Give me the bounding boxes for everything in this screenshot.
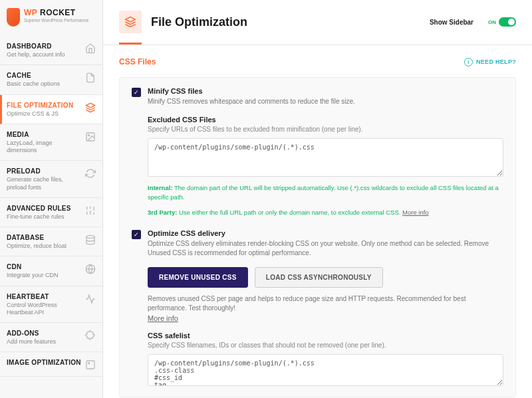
excluded-css-desc: Specify URLs of CSS files to be excluded…	[148, 126, 503, 133]
svg-rect-12	[86, 361, 94, 369]
show-sidebar-label: Show Sidebar	[430, 19, 473, 26]
nav-item-subtitle: Generate cache files, preload fonts	[7, 176, 81, 191]
nav-item-title: DASHBOARD	[7, 43, 65, 50]
sidebar-item-file-optimization[interactable]: FILE OPTIMIZATIONOptimize CSS & JS	[0, 95, 102, 124]
sidebar: WP ROCKET Superior WordPress Performance…	[0, 0, 103, 398]
sidebar-item-advanced-rules[interactable]: ADVANCED RULESFine-tune cache rules	[0, 198, 102, 227]
nav-item-title: FILE OPTIMIZATION	[7, 102, 73, 109]
nav-item-subtitle: Optimize, reduce bloat	[7, 243, 66, 250]
layers-icon	[119, 11, 142, 33]
nav-item-title: ADVANCED RULES	[7, 205, 71, 212]
page-header: File Optimization Show Sidebar ON	[103, 0, 532, 33]
minify-css-desc: Minify CSS removes whitespace and commen…	[148, 97, 503, 106]
optimize-css-desc: Optimize CSS delivery eliminates render-…	[148, 239, 503, 258]
logo-mark-icon	[7, 8, 20, 27]
nav-item-title: IMAGE OPTIMIZATION	[7, 359, 81, 366]
remove-css-desc: Removes unused CSS per page and helps to…	[148, 294, 503, 313]
sidebar-nav: DASHBOARDGet help, account infoCACHEBasi…	[0, 33, 102, 377]
nav-item-subtitle: Integrate your CDN	[7, 272, 59, 279]
file-icon	[85, 72, 96, 83]
nav-item-subtitle: Fine-tune cache rules	[7, 213, 71, 221]
sidebar-item-preload[interactable]: PRELOADGenerate cache files, preload fon…	[0, 161, 102, 198]
main: File Optimization Show Sidebar ON CSS Fi…	[103, 0, 532, 398]
nav-item-title: ADD-ONS	[7, 330, 56, 337]
remove-unused-css-button[interactable]: REMOVE UNUSED CSS	[148, 267, 248, 288]
sliders-icon	[85, 205, 96, 216]
sidebar-item-dashboard[interactable]: DASHBOARDGet help, account info	[0, 36, 102, 65]
refresh-icon	[85, 168, 96, 179]
help-icon: i	[464, 58, 473, 66]
more-info-link[interactable]: More info	[402, 209, 429, 216]
sidebar-item-cdn[interactable]: CDNIntegrate your CDN	[0, 256, 102, 286]
section-title: CSS Files	[119, 57, 156, 66]
svg-point-2	[88, 134, 90, 136]
brand-tagline: Superior WordPress Performance	[24, 18, 88, 23]
sidebar-item-add-ons[interactable]: ADD-ONSAdd more features	[0, 323, 102, 352]
safelist-textarea[interactable]	[148, 354, 503, 386]
minify-css-title: Minify CSS files	[148, 87, 503, 95]
nav-item-subtitle: LazyLoad, image dimensions	[7, 140, 81, 155]
svg-point-13	[88, 363, 90, 364]
safelist-label: CSS safelist	[148, 332, 503, 340]
globe-icon	[85, 264, 96, 274]
brand-name: WP ROCKET	[24, 8, 88, 17]
toggle-switch-icon	[499, 17, 516, 27]
sidebar-item-database[interactable]: DATABASEOptimize, reduce bloat	[0, 227, 102, 256]
database-icon	[85, 235, 96, 245]
optimize-css-title: Optimize CSS delivery	[148, 229, 503, 237]
nav-item-subtitle: Basic cache options	[7, 80, 60, 88]
show-sidebar-toggle[interactable]: ON	[488, 17, 516, 27]
svg-point-9	[86, 235, 94, 238]
logo: WP ROCKET Superior WordPress Performance	[0, 0, 102, 33]
sidebar-item-image-optimization[interactable]: IMAGE OPTIMIZATION	[0, 352, 102, 377]
nav-item-subtitle: Optimize CSS & JS	[7, 110, 73, 118]
heartbeat-icon	[85, 294, 96, 304]
content-area: CSS Files i NEED HELP? ✓ Minify CSS file…	[103, 45, 532, 398]
nav-item-subtitle: Add more features	[7, 338, 56, 346]
load-css-async-button[interactable]: LOAD CSS ASYNCHRONOUSLY	[255, 267, 383, 288]
safelist-desc: Specify CSS filenames, IDs or classes th…	[148, 342, 503, 349]
excluded-css-label: Excluded CSS Files	[148, 116, 503, 124]
sidebar-item-cache[interactable]: CACHEBasic cache options	[0, 65, 102, 94]
page-title: File Optimization	[151, 15, 420, 29]
nav-item-title: HEARTBEAT	[7, 293, 81, 300]
need-help-link[interactable]: i NEED HELP?	[464, 58, 516, 66]
nav-item-subtitle: Control WordPress Heartbeat API	[7, 302, 81, 317]
hint-internal: Internal: The domain part of the URL wil…	[148, 183, 503, 203]
layers-icon	[85, 102, 96, 113]
nav-item-title: CDN	[7, 263, 59, 270]
optimize-css-option: ✓ Optimize CSS delivery Optimize CSS del…	[132, 229, 503, 387]
nav-item-title: MEDIA	[7, 131, 81, 138]
svg-marker-0	[86, 103, 94, 108]
css-files-panel: ✓ Minify CSS files Minify CSS removes wh…	[119, 77, 516, 397]
sidebar-item-media[interactable]: MEDIALazyLoad, image dimensions	[0, 124, 102, 161]
svg-marker-14	[126, 17, 136, 23]
minify-css-option: ✓ Minify CSS files Minify CSS removes wh…	[132, 87, 503, 217]
image2-icon	[85, 359, 96, 370]
nav-item-title: DATABASE	[7, 234, 66, 241]
minify-css-checkbox[interactable]: ✓	[132, 88, 141, 97]
more-info-link-2[interactable]: More info	[148, 314, 178, 322]
home-icon	[85, 43, 96, 54]
optimize-css-checkbox[interactable]: ✓	[132, 230, 141, 239]
excluded-css-textarea[interactable]	[148, 138, 503, 177]
hint-3rd-party: 3rd Party: Use either the full URL path …	[148, 208, 503, 217]
nav-item-title: PRELOAD	[7, 167, 81, 175]
nav-item-title: CACHE	[7, 72, 60, 79]
nav-item-subtitle: Get help, account info	[7, 51, 65, 58]
sidebar-item-heartbeat[interactable]: HEARTBEATControl WordPress Heartbeat API	[0, 286, 102, 324]
puzzle-icon	[85, 330, 96, 341]
image-icon	[85, 132, 96, 142]
